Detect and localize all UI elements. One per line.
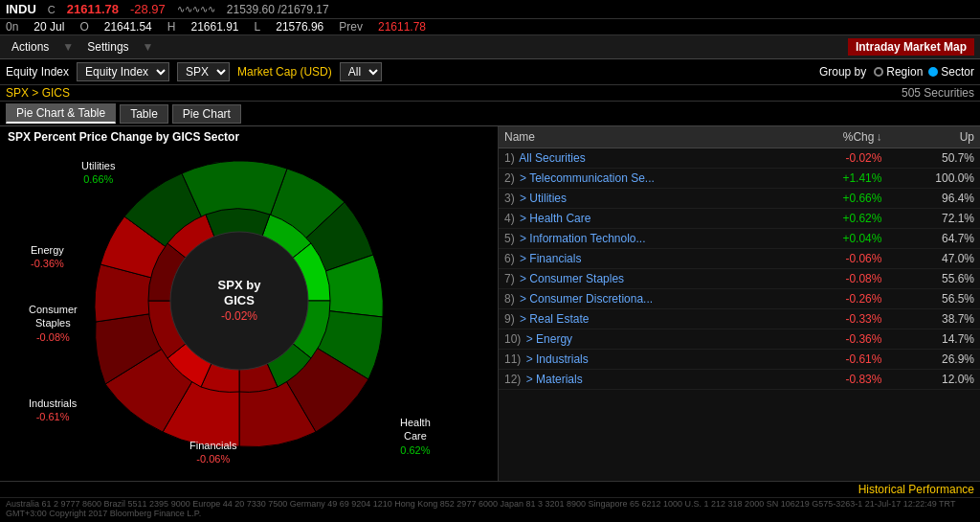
row-name: > Telecommunication Se...	[520, 171, 655, 185]
hist-perf-label[interactable]: Historical Performance	[6, 483, 974, 496]
cell-pct: -0.26%	[794, 289, 887, 309]
ticker-bar: INDU C 21611.78 -28.97 ∿∿∿∿∿ 21539.60 /2…	[0, 0, 980, 19]
cell-name: 2) > Telecommunication Se...	[499, 169, 794, 189]
cell-up: 26.9%	[887, 350, 980, 370]
data-table: Name %Chg Up 1) All Securities -0.02% 50…	[499, 126, 980, 390]
cell-name: 8) > Consumer Discretiona...	[499, 289, 794, 309]
securities-count: 505 Securities	[902, 86, 974, 100]
cell-pct: +1.41%	[794, 169, 887, 189]
cell-name: 4) > Health Care	[499, 209, 794, 229]
table-row[interactable]: 4) > Health Care +0.62% 72.1%	[499, 209, 980, 229]
row-name: > Real Estate	[520, 312, 589, 326]
cell-name: 9) > Real Estate	[499, 309, 794, 329]
cell-name: 6) > Financials	[499, 249, 794, 269]
cell-name: 5) > Information Technolo...	[499, 229, 794, 249]
row-num: 1)	[504, 151, 515, 165]
ticker-range: 21539.60 /21679.17	[227, 3, 329, 16]
table-row[interactable]: 1) All Securities -0.02% 50.7%	[499, 148, 980, 169]
date-prefix: 0n	[6, 20, 18, 34]
table-row[interactable]: 6) > Financials -0.06% 47.0%	[499, 249, 980, 269]
table-row[interactable]: 11) > Industrials -0.61% 26.9%	[499, 350, 980, 370]
table-row[interactable]: 10) > Energy -0.36% 14.7%	[499, 329, 980, 350]
prev-label: Prev	[339, 20, 363, 34]
tab-pie-chart-table[interactable]: Pie Chart & Table	[6, 103, 116, 124]
row-name: > Industrials	[526, 352, 589, 366]
donut-chart-svg: SPX by GICS -0.02%	[29, 149, 469, 456]
region-radio-dot	[874, 67, 883, 77]
c-label: C	[48, 4, 56, 15]
cell-up: 56.5%	[887, 289, 980, 309]
row-name: > Materials	[526, 373, 583, 386]
chart-title: SPX Percent Price Change by GICS Sector	[8, 130, 490, 144]
row-num: 5)	[504, 232, 515, 245]
svg-text:GICS: GICS	[224, 293, 255, 307]
intraday-label: Intraday Market Map	[848, 38, 974, 56]
cell-pct: -0.02%	[794, 148, 887, 169]
cell-name: 10) > Energy	[499, 329, 794, 350]
cell-pct: +0.66%	[794, 189, 887, 209]
row-name: > Energy	[526, 332, 572, 346]
mktcap-select[interactable]: All	[340, 62, 382, 81]
c-value: 21611.78	[67, 2, 119, 16]
cell-name: 7) > Consumer Staples	[499, 269, 794, 289]
row-num: 12)	[504, 373, 521, 386]
table-row[interactable]: 3) > Utilities +0.66% 96.4%	[499, 189, 980, 209]
main-content: SPX Percent Price Change by GICS Sector	[0, 126, 980, 481]
cell-pct: -0.06%	[794, 249, 887, 269]
table-row[interactable]: 8) > Consumer Discretiona... -0.26% 56.5…	[499, 289, 980, 309]
row-num: 11)	[504, 352, 521, 366]
cell-pct: +0.62%	[794, 209, 887, 229]
spx-select[interactable]: SPX	[177, 62, 230, 81]
col-up: Up	[887, 126, 980, 148]
table-row[interactable]: 7) > Consumer Staples -0.08% 55.6%	[499, 269, 980, 289]
table-row[interactable]: 2) > Telecommunication Se... +1.41% 100.…	[499, 169, 980, 189]
cell-name: 12) > Materials	[499, 370, 794, 390]
o-label: O	[79, 20, 88, 34]
wavy-icon: ∿∿∿∿∿	[177, 4, 215, 14]
cell-pct: -0.33%	[794, 309, 887, 329]
chart-container: SPX by GICS -0.02% Utilities 0.66% Energ…	[29, 149, 469, 456]
bottom-bar: Historical Performance	[0, 481, 980, 497]
svg-text:-0.02%: -0.02%	[221, 309, 257, 323]
o-value: 21641.54	[104, 20, 152, 34]
actions-menu[interactable]: Actions	[6, 38, 55, 56]
row-num: 7)	[504, 272, 515, 285]
cell-up: 38.7%	[887, 309, 980, 329]
table-row[interactable]: 12) > Materials -0.83% 12.0%	[499, 370, 980, 390]
sector-radio[interactable]: Sector	[928, 65, 974, 79]
row-name: > Health Care	[520, 212, 590, 225]
cell-up: 72.1%	[887, 209, 980, 229]
l-value: 21576.96	[276, 20, 323, 34]
row-num: 10)	[504, 332, 521, 346]
col-pct[interactable]: %Chg	[794, 126, 887, 148]
tab-table[interactable]: Table	[120, 104, 168, 124]
cell-up: 12.0%	[887, 370, 980, 390]
controls-bar: Equity Index Equity Index SPX Market Cap…	[0, 59, 980, 85]
region-radio[interactable]: Region	[874, 65, 923, 79]
cell-pct: -0.36%	[794, 329, 887, 350]
settings-menu[interactable]: Settings	[81, 38, 134, 56]
equity-index-select[interactable]: Equity Index	[77, 62, 169, 81]
cell-pct: -0.83%	[794, 370, 887, 390]
table-row[interactable]: 9) > Real Estate -0.33% 38.7%	[499, 309, 980, 329]
table-row[interactable]: 5) > Information Technolo... +0.04% 64.7…	[499, 229, 980, 249]
col-name: Name	[499, 126, 794, 148]
menu-bar: Actions ▼ Settings ▼ Intraday Market Map	[0, 35, 980, 59]
sector-radio-dot	[928, 67, 938, 77]
mktcap-label: Market Cap (USD)	[237, 65, 332, 79]
footer-text: Australia 61 2 9777 8600 Brazil 5511 239…	[6, 499, 955, 518]
row-name: > Consumer Discretiona...	[520, 292, 653, 306]
row-num: 8)	[504, 292, 515, 306]
ticker-change: -28.97	[130, 2, 166, 16]
row-name: > Information Technolo...	[520, 232, 646, 245]
svg-text:SPX by: SPX by	[218, 278, 262, 292]
right-panel: Name %Chg Up 1) All Securities -0.02% 50…	[498, 126, 980, 481]
cell-up: 64.7%	[887, 229, 980, 249]
tab-pie-chart[interactable]: Pie Chart	[172, 104, 241, 124]
cell-name: 1) All Securities	[499, 148, 794, 169]
cell-up: 100.0%	[887, 169, 980, 189]
equity-index-label: Equity Index	[6, 65, 69, 79]
breadcrumb-bar: SPX > GICS 505 Securities	[0, 85, 980, 102]
l-label: L	[255, 20, 261, 34]
cell-up: 96.4%	[887, 189, 980, 209]
